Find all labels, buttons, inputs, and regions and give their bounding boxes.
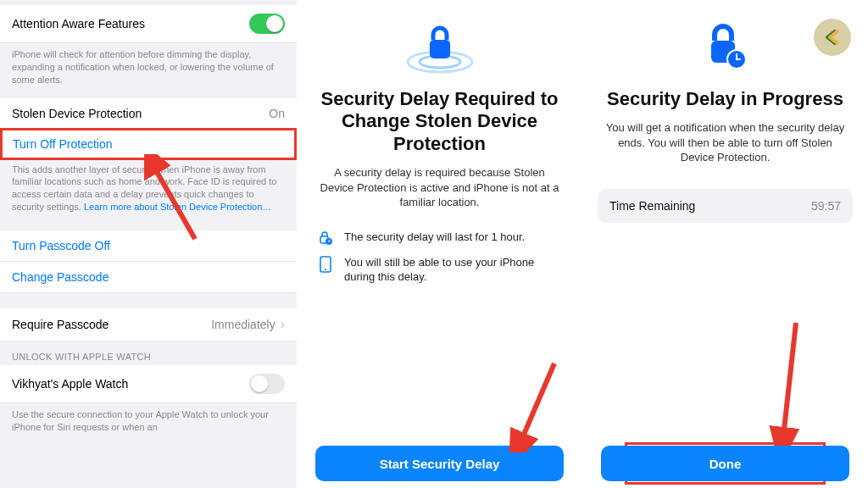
sdp-label: Stolen Device Protection <box>12 107 142 120</box>
mid-info-duration-text: The security delay will last for 1 hour. <box>344 230 525 245</box>
done-button[interactable]: Done <box>601 446 849 481</box>
svg-line-11 <box>783 323 796 437</box>
phone-icon <box>317 256 334 273</box>
require-passcode-row[interactable]: Require Passcode Immediately › <box>0 308 297 341</box>
sdp-value: On <box>269 107 285 120</box>
stolen-device-protection-row[interactable]: Stolen Device Protection On <box>0 98 297 130</box>
attention-aware-label: Attention Aware Features <box>12 17 145 30</box>
lock-clock-icon <box>317 230 334 246</box>
apple-watch-label: Vikhyat's Apple Watch <box>12 377 128 391</box>
change-passcode-label: Change Passcode <box>12 270 108 284</box>
turn-off-protection-row[interactable]: Turn Off Protection <box>0 128 297 160</box>
settings-panel: Attention Aware Features iPhone will che… <box>0 0 297 488</box>
change-passcode-row[interactable]: Change Passcode <box>0 262 297 293</box>
attention-aware-row[interactable]: Attention Aware Features <box>0 5 297 43</box>
mid-info-row-usable: You will still be able to use your iPhon… <box>312 256 567 285</box>
require-passcode-label: Require Passcode <box>12 318 108 331</box>
chevron-right-icon: › <box>281 317 285 332</box>
attention-aware-toggle[interactable] <box>249 14 285 34</box>
apple-watch-desc: Use the secure connection to your Apple … <box>0 403 297 446</box>
right-title: Security Delay in Progress <box>607 88 843 110</box>
mid-info-usable-text: You will still be able to use your iPhon… <box>344 256 562 285</box>
svg-point-7 <box>325 269 326 270</box>
mid-info-row-duration: The security delay will last for 1 hour. <box>312 230 567 246</box>
attention-aware-desc: iPhone will check for attention before d… <box>0 43 297 98</box>
right-lead: You will get a notification when the sec… <box>598 120 853 165</box>
annotation-arrow-icon <box>508 359 567 452</box>
start-security-delay-button[interactable]: Start Security Delay <box>315 446 564 481</box>
mid-title: Security Delay Required to Change Stolen… <box>312 88 567 155</box>
sdp-desc: This adds another layer of security when… <box>0 158 297 225</box>
unlock-section-header: UNLOCK WITH APPLE WATCH <box>0 341 297 365</box>
security-delay-required-panel: Security Delay Required to Change Stolen… <box>297 0 582 488</box>
security-delay-progress-panel: Security Delay in Progress You will get … <box>582 0 868 488</box>
apple-watch-toggle[interactable] <box>249 374 285 394</box>
turn-passcode-off-row[interactable]: Turn Passcode Off <box>0 230 297 262</box>
brand-logo-icon <box>814 19 851 56</box>
time-remaining-value: 59:57 <box>811 199 841 213</box>
lock-clock-large-icon <box>696 12 755 81</box>
require-passcode-value: Immediately <box>211 318 275 331</box>
svg-line-8 <box>520 363 554 442</box>
annotation-arrow-icon <box>766 319 809 446</box>
apple-watch-row[interactable]: Vikhyat's Apple Watch <box>0 365 297 403</box>
time-remaining-row: Time Remaining 59:57 <box>598 189 853 223</box>
svg-rect-3 <box>430 40 450 58</box>
mid-lead: A security delay is required because Sto… <box>312 165 567 210</box>
turn-passcode-off-label: Turn Passcode Off <box>12 239 110 252</box>
sdp-learn-more-link[interactable]: Learn more about Stolen Device Protectio… <box>84 202 271 212</box>
time-remaining-label: Time Remaining <box>609 199 695 213</box>
lock-ripple-icon <box>398 12 482 81</box>
turn-off-protection-label: Turn Off Protection <box>13 137 113 151</box>
